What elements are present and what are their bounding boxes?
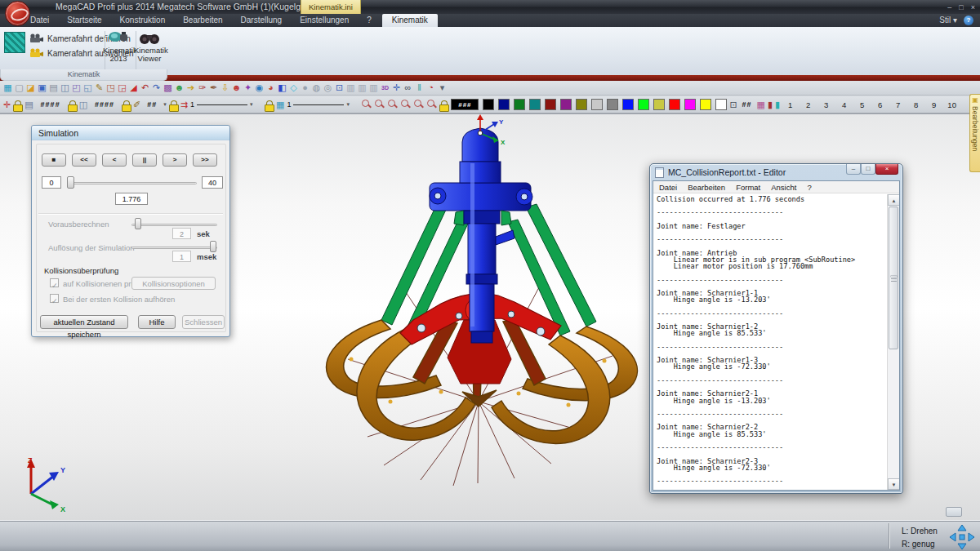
time-slider-thumb[interactable] xyxy=(67,176,74,189)
color-wheel-icon[interactable]: ◔ xyxy=(425,82,436,94)
menu-item-startseite[interactable]: Startseite xyxy=(58,14,110,27)
cylinder-a-icon[interactable]: ▥ xyxy=(345,82,356,94)
part-add-icon[interactable]: ✛ xyxy=(391,82,402,94)
linetype-icon[interactable]: ⇉ xyxy=(180,99,188,110)
exit-icon[interactable]: ➔ xyxy=(185,82,196,94)
color-number-3[interactable]: 3 xyxy=(818,100,834,109)
new-drawing-icon[interactable]: ▢ xyxy=(14,82,24,94)
editor-text[interactable]: Collision occurred at 1.776 seconds ----… xyxy=(657,196,885,490)
background-color-icon[interactable]: ⊡ xyxy=(729,99,737,110)
copy-view-icon[interactable]: ◰ xyxy=(71,82,82,94)
group-field[interactable]: #### xyxy=(90,100,119,109)
linewidth-select-dropdown[interactable]: ▾ xyxy=(346,101,350,108)
color-swatch[interactable] xyxy=(498,99,510,110)
edit-attributes-icon[interactable]: ✎ xyxy=(94,82,105,94)
file-tab[interactable]: Kinematik.ini xyxy=(301,0,361,14)
effects-icon[interactable]: ✦ xyxy=(243,82,253,94)
layer-lock-icon[interactable] xyxy=(13,100,22,110)
columns-icon[interactable]: ‖ xyxy=(414,82,425,94)
color-number-5[interactable]: 5 xyxy=(854,100,870,109)
fast-rewind-button[interactable]: << xyxy=(72,153,96,167)
color-number-6[interactable]: 6 xyxy=(872,100,888,109)
color-number-8[interactable]: 8 xyxy=(908,100,924,109)
editor-menu-format[interactable]: Format xyxy=(736,183,760,192)
editor-maximize-button[interactable]: □ xyxy=(861,164,875,175)
color-swatch[interactable] xyxy=(684,99,696,110)
color-swatch[interactable] xyxy=(483,99,494,110)
tab-kinematik[interactable]: Kinematik xyxy=(382,14,438,27)
color-swatch[interactable] xyxy=(653,99,665,110)
color-swatch[interactable] xyxy=(529,99,541,110)
pen-icon[interactable]: ✐ xyxy=(133,99,140,110)
linetype-select-dropdown[interactable]: ▾ xyxy=(250,101,253,108)
editor-menu-ansicht[interactable]: Ansicht xyxy=(771,183,796,192)
maximize-button[interactable]: □ xyxy=(959,3,963,11)
precompute-thumb[interactable] xyxy=(135,218,141,229)
menu-item-konstruktion[interactable]: Konstruktion xyxy=(111,14,175,27)
pen-bars-icon[interactable]: ▮ xyxy=(768,99,773,110)
hatch-icon[interactable]: ▦ xyxy=(276,99,284,110)
redraw-target-icon[interactable]: ✛ xyxy=(3,99,11,110)
range-max-field[interactable]: 40 xyxy=(202,176,223,189)
delete-doc-icon[interactable]: ◲ xyxy=(117,82,127,94)
scroll-up-icon[interactable]: ▲ xyxy=(888,194,899,206)
group-lock-icon[interactable] xyxy=(68,100,77,110)
color-swatch[interactable] xyxy=(622,99,634,110)
disc-icon[interactable]: ◎ xyxy=(323,82,333,94)
color-swatch[interactable] xyxy=(576,99,587,110)
actor-icon[interactable]: ☻ xyxy=(231,82,242,94)
simulation-dialog-title[interactable]: Simulation xyxy=(32,126,229,140)
save-state-button[interactable]: aktuellen Zustand speichern xyxy=(40,315,128,329)
globe-icon[interactable]: ◉ xyxy=(254,82,265,94)
menu-item-[interactable]: ? xyxy=(358,14,381,27)
color-field[interactable]: ## xyxy=(740,100,755,109)
color-swatch[interactable] xyxy=(607,99,618,110)
annotate-icon[interactable]: ✒ xyxy=(208,82,219,94)
menu-item-einstellungen[interactable]: Einstellungen xyxy=(291,14,358,27)
menu-item-bearbeiten[interactable]: Bearbeiten xyxy=(174,14,231,27)
color-number-7[interactable]: 7 xyxy=(890,100,906,109)
active-color-swatch[interactable]: ### xyxy=(451,99,479,110)
monitor-icon[interactable]: ⊡ xyxy=(334,82,345,94)
zoom-previous-icon[interactable] xyxy=(400,99,411,110)
check-collisions-checkbox[interactable]: ✓ xyxy=(50,278,59,287)
erase-icon[interactable]: ◢ xyxy=(128,82,139,94)
precompute-field[interactable]: 2 xyxy=(172,228,191,239)
zoom-out-icon[interactable] xyxy=(387,99,398,110)
torus-icon[interactable]: ◍ xyxy=(311,82,322,94)
scrollbar-thumb[interactable] xyxy=(889,207,898,349)
zoom-pan-icon[interactable] xyxy=(426,99,437,110)
color-swatch[interactable] xyxy=(638,99,649,110)
color-swatch[interactable] xyxy=(514,99,525,110)
color-swatch[interactable] xyxy=(591,99,603,110)
pan-icon[interactable] xyxy=(949,524,975,550)
minimize-button[interactable]: – xyxy=(947,3,951,11)
color-number-2[interactable]: 2 xyxy=(800,100,816,109)
color-swatch[interactable] xyxy=(715,99,727,110)
zoom-in-icon[interactable] xyxy=(374,99,385,110)
kinematik-2013-button[interactable]: Kinematik 2013 xyxy=(103,30,134,63)
save-drawing-icon[interactable]: ▣ xyxy=(37,82,47,94)
close-dialog-button[interactable]: Schliessen xyxy=(182,315,225,329)
help-button[interactable]: Hilfe xyxy=(138,315,176,329)
resolution-thumb[interactable] xyxy=(210,241,216,252)
stop-first-collision-checkbox[interactable]: ✓ xyxy=(50,294,59,303)
color-number-4[interactable]: 4 xyxy=(836,100,852,109)
editor-close-button[interactable]: × xyxy=(875,164,898,175)
fast-forward-button[interactable]: >> xyxy=(193,153,217,167)
editor-scrollbar[interactable]: ▲ ▼ xyxy=(887,194,899,490)
viewport-nav-button[interactable] xyxy=(946,507,962,517)
color-swatch[interactable] xyxy=(560,99,572,110)
pen-field[interactable]: ## xyxy=(143,100,161,109)
pen-dropdown[interactable]: ▾ xyxy=(163,101,167,108)
linetype-select[interactable]: 1▾ xyxy=(190,100,262,109)
render-3d-icon[interactable]: 3D xyxy=(380,82,390,94)
layer-field[interactable]: #### xyxy=(36,100,65,109)
palette-dialog-icon[interactable]: ▦ xyxy=(757,99,765,110)
color-number-9[interactable]: 9 xyxy=(926,100,942,109)
color-lock-icon[interactable] xyxy=(439,100,448,110)
color-number-10[interactable]: 10 xyxy=(944,100,960,109)
print-icon[interactable]: ▤ xyxy=(48,82,59,94)
linetype-lock-icon[interactable] xyxy=(169,100,178,110)
collision-options-button[interactable]: Kollisionsoptionen xyxy=(131,277,216,290)
